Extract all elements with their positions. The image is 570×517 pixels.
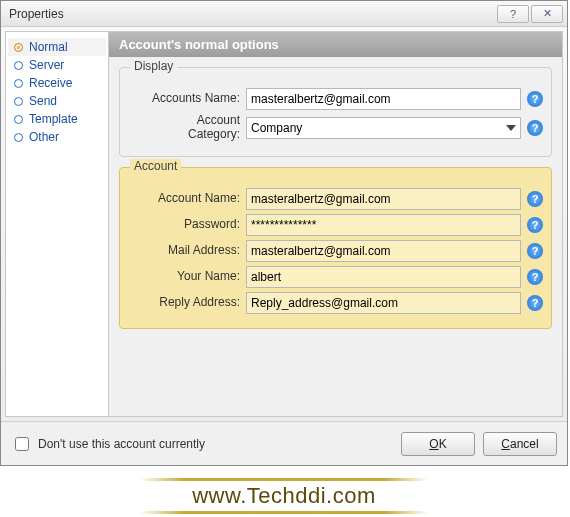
sidebar-item-label: Normal xyxy=(29,40,68,54)
bullet-icon xyxy=(14,79,23,88)
sidebar-item-receive[interactable]: Receive xyxy=(8,74,106,92)
ok-button[interactable]: OK xyxy=(401,432,475,456)
dont-use-checkbox[interactable] xyxy=(15,437,29,451)
bullet-icon xyxy=(14,97,23,106)
sidebar: Normal Server Receive Send Template Othe… xyxy=(5,31,109,417)
checkbox-text: Don't use this account currently xyxy=(38,437,205,451)
group-legend: Display xyxy=(130,59,177,73)
account-group: Account Account Name: ? Password: ? Mail… xyxy=(119,167,552,329)
sidebar-item-template[interactable]: Template xyxy=(8,110,106,128)
bullet-icon xyxy=(14,61,23,70)
window-title: Properties xyxy=(9,7,495,21)
group-legend: Account xyxy=(130,159,181,173)
bullet-icon xyxy=(14,115,23,124)
help-icon[interactable]: ? xyxy=(527,191,543,207)
help-icon[interactable]: ? xyxy=(527,217,543,233)
accounts-name-input[interactable] xyxy=(246,88,521,110)
sidebar-item-other[interactable]: Other xyxy=(8,128,106,146)
close-button[interactable]: ✕ xyxy=(531,5,563,23)
sidebar-item-label: Send xyxy=(29,94,57,108)
account-name-label: Account Name: xyxy=(128,192,246,206)
help-icon[interactable]: ? xyxy=(527,269,543,285)
sidebar-item-label: Receive xyxy=(29,76,72,90)
properties-dialog: Properties ? ✕ Normal Server Receive Sen… xyxy=(0,0,568,466)
help-button[interactable]: ? xyxy=(497,5,529,23)
reply-address-label: Reply Address: xyxy=(128,296,246,310)
help-icon[interactable]: ? xyxy=(527,295,543,311)
cancel-button[interactable]: Cancel xyxy=(483,432,557,456)
dont-use-checkbox-label[interactable]: Don't use this account currently xyxy=(11,434,393,454)
help-icon[interactable]: ? xyxy=(527,91,543,107)
sidebar-item-label: Server xyxy=(29,58,64,72)
section-header: Account's normal options xyxy=(109,32,562,57)
mail-address-label: Mail Address: xyxy=(128,244,246,258)
bullet-icon xyxy=(14,133,23,142)
accounts-name-label: Accounts Name: xyxy=(128,92,246,106)
password-input[interactable] xyxy=(246,214,521,236)
account-category-label: Account Category: xyxy=(128,114,246,142)
reply-address-input[interactable] xyxy=(246,292,521,314)
sidebar-item-label: Template xyxy=(29,112,78,126)
watermark: www.Techddi.com xyxy=(0,466,568,517)
password-label: Password: xyxy=(128,218,246,232)
mail-address-input[interactable] xyxy=(246,240,521,262)
sidebar-item-label: Other xyxy=(29,130,59,144)
account-name-input[interactable] xyxy=(246,188,521,210)
footer: Don't use this account currently OK Canc… xyxy=(1,421,567,465)
your-name-label: Your Name: xyxy=(128,270,246,284)
account-category-select[interactable]: Company xyxy=(246,117,521,139)
your-name-input[interactable] xyxy=(246,266,521,288)
sidebar-item-server[interactable]: Server xyxy=(8,56,106,74)
sidebar-item-send[interactable]: Send xyxy=(8,92,106,110)
help-icon[interactable]: ? xyxy=(527,120,543,136)
bullet-icon xyxy=(14,43,23,52)
help-icon[interactable]: ? xyxy=(527,243,543,259)
sidebar-item-normal[interactable]: Normal xyxy=(8,38,106,56)
display-group: Display Accounts Name: ? Account Categor… xyxy=(119,67,552,157)
titlebar: Properties ? ✕ xyxy=(1,1,567,27)
main-panel: Account's normal options Display Account… xyxy=(109,31,563,417)
